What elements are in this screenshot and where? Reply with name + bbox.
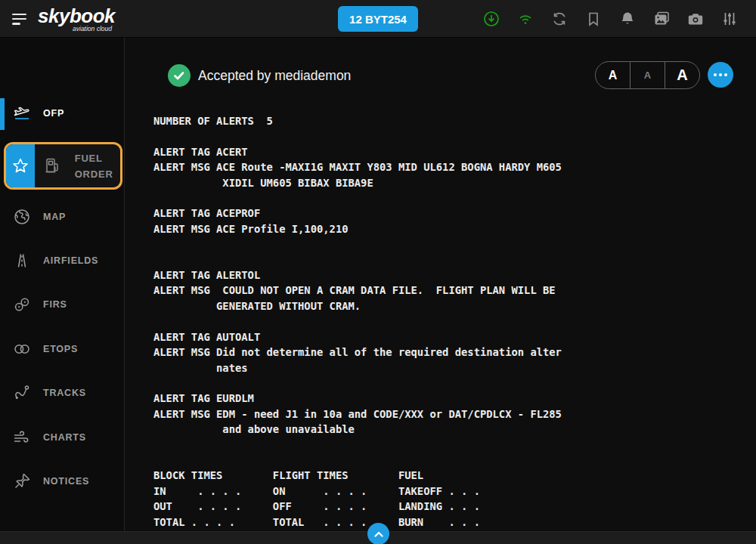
sidebar-item-label: CHARTS [43, 432, 86, 443]
ellipsis-icon [714, 73, 717, 77]
sync-icon[interactable] [550, 10, 569, 28]
sidebar-item-map[interactable]: MAP [0, 195, 125, 239]
sidebar-item-label: OFP [43, 108, 64, 119]
font-size-medium-label: A [644, 70, 651, 81]
sidebar-item-etops[interactable]: ETOPS [0, 327, 125, 371]
sidebar-item-label: MAP [43, 212, 66, 222]
sidebar-item-label: FUEL ORDER [75, 150, 120, 182]
gallery-icon[interactable] [652, 10, 671, 28]
sidebar-item-label: NOTICES [43, 476, 89, 487]
wind-icon [12, 428, 32, 447]
sidebar-item-ofp[interactable]: OFP [0, 91, 125, 135]
chevron-up-icon [372, 527, 386, 541]
sidebar-item-tracks[interactable]: TRACKS [0, 371, 125, 415]
check-circle-icon [168, 64, 191, 87]
app-logo: skybook aviation cloud [38, 5, 115, 32]
star-icon [11, 156, 30, 176]
runway-icon [12, 251, 32, 270]
sidebar-nav: OFP FUEL ORDER MAP [0, 38, 125, 531]
tracks-route-icon [12, 383, 32, 403]
more-options-button[interactable] [708, 62, 733, 88]
globe-icon [12, 207, 32, 227]
pin-icon [12, 471, 32, 491]
bookmark-icon[interactable] [584, 10, 603, 28]
plane-takeoff-icon [12, 104, 32, 123]
font-size-selector: A A A [595, 61, 700, 89]
font-size-large-button[interactable]: A [665, 62, 699, 88]
ofp-alert-text: NUMBER OF ALERTS 5 ALERT TAG ACERT ALERT… [153, 113, 562, 530]
topbar-icons [482, 10, 739, 28]
camera-icon[interactable] [686, 10, 705, 28]
sidebar-item-airfields[interactable]: AIRFIELDS [0, 239, 125, 283]
fuel-pump-icon [43, 156, 63, 176]
top-bar: skybook aviation cloud 12 BYT254 [0, 0, 756, 38]
font-size-large-label: A [677, 66, 687, 84]
app-name: skybook [38, 5, 115, 27]
wifi-icon[interactable] [516, 10, 534, 28]
sidebar-item-label: TRACKS [43, 388, 86, 398]
font-size-small-label: A [609, 69, 618, 82]
sliders-icon[interactable] [720, 10, 739, 28]
sidebar-item-notices[interactable]: NOTICES [0, 459, 125, 503]
font-size-medium-button[interactable]: A [631, 62, 665, 88]
sidebar-item-charts[interactable]: CHARTS [0, 416, 125, 459]
etops-circles-icon [12, 339, 32, 359]
firs-sectors-icon [12, 295, 32, 314]
scroll-to-top-button[interactable] [367, 523, 389, 544]
sidebar-item-label: ETOPS [43, 344, 78, 354]
sidebar-item-fuel-order[interactable]: FUEL ORDER [4, 142, 122, 190]
sidebar-item-label: AIRFIELDS [43, 255, 98, 266]
download-icon[interactable] [482, 10, 500, 28]
status-message: Accepted by mediademon [198, 68, 351, 84]
flight-select-button[interactable]: 12 BYT254 [338, 6, 418, 32]
sidebar-item-firs[interactable]: FIRS [0, 283, 125, 326]
sidebar-item-label: FIRS [43, 299, 67, 310]
menu-icon[interactable] [12, 11, 29, 27]
favourite-star-tile[interactable] [6, 144, 35, 187]
font-size-small-button[interactable]: A [596, 62, 631, 88]
bell-icon[interactable] [618, 10, 637, 28]
